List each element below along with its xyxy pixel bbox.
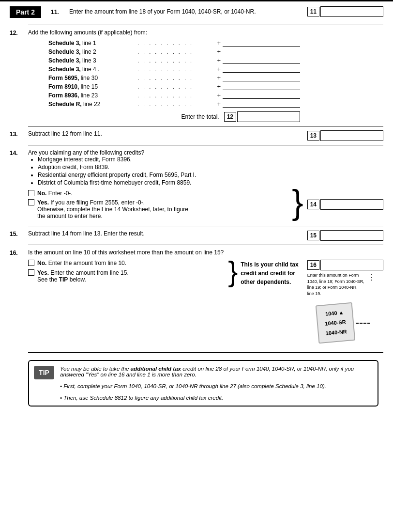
schedule-line-6[interactable] [223, 83, 300, 90]
schedule-table: Schedule 3, line 1 . . . . . . . . . . +… [48, 39, 300, 108]
plus-3: + [217, 57, 221, 64]
plus-6: + [217, 83, 221, 90]
schedule-name-5: Form 5695, line 30 [48, 75, 136, 81]
schedule-line-5[interactable] [223, 75, 300, 81]
schedule-name-7: Form 8936, line 23 [48, 92, 136, 99]
line16-box-group: 16 [307, 260, 383, 270]
plus-2: + [217, 48, 221, 55]
schedule-name-1: Schedule 3, line 1 [48, 40, 136, 47]
schedule-name-2: Schedule 3, line 2 [48, 48, 136, 55]
line16-question: Is the amount on line 10 of this workshe… [28, 249, 383, 256]
schedule-line-4[interactable] [223, 66, 300, 73]
bullet-2: Adoption credit, Form 8839. [38, 164, 383, 171]
line13-input[interactable] [320, 130, 383, 141]
line15-num: 15. [10, 230, 24, 237]
dots-3: . . . . . . . . . . [136, 58, 215, 63]
line11-input[interactable] [320, 6, 383, 17]
schedule-row-2: Schedule 3, line 2 . . . . . . . . . . + [48, 48, 300, 55]
form-sticker-section: 1040 ▲1040-SR1040-NR [317, 304, 370, 342]
schedule-row-1: Schedule 3, line 1 . . . . . . . . . . + [48, 39, 300, 47]
line11-text: Enter the amount from line 18 of your Fo… [69, 8, 302, 15]
line15-input[interactable] [320, 230, 383, 241]
bullet-4: District of Columbia first-time homebuye… [38, 179, 383, 186]
line16-enter-note: Enter this amount on Form 1040, line 19;… [307, 272, 375, 297]
dots-1: . . . . . . . . . . [136, 40, 215, 46]
schedule-line-1[interactable] [223, 40, 300, 47]
schedule-row-3: Schedule 3, line 3 . . . . . . . . . . + [48, 57, 300, 64]
line15-box-label: 15 [307, 231, 319, 240]
schedule-line-3[interactable] [223, 57, 300, 64]
plus-4: + [217, 65, 221, 73]
schedule-row-4: Schedule 3, line 4 . . . . . . . . . . .… [48, 65, 300, 73]
line12-num: 12. [10, 29, 24, 36]
line16-yes-text: Yes. Enter the amount from line 15.See t… [37, 269, 129, 283]
line15-row: 15. Subtract line 14 from line 13. Enter… [10, 230, 383, 241]
line14-content: Are you claiming any of the following cr… [28, 149, 383, 222]
line12-box-group: 12 [224, 111, 300, 122]
child-tax-text: This is your child tax credit and credit… [241, 260, 298, 286]
line12-box-label: 12 [224, 112, 236, 122]
line12-total-label: Enter the total. [181, 113, 219, 120]
line14-yes-checkbox[interactable] [28, 199, 34, 205]
bullet-3: Residential energy efficient property cr… [38, 172, 383, 178]
tip-label: TIP [34, 366, 54, 379]
line14-box-group: 14 [307, 199, 383, 210]
schedule-line-8[interactable] [223, 101, 300, 108]
line14-yes-row: Yes. If you are filing Form 2555, enter … [28, 199, 287, 219]
dots-4: . . . . . . . . . . [136, 66, 215, 72]
line11-box-label: 11 [307, 7, 319, 16]
line15-right: 15 [307, 230, 383, 241]
line16-checks: No. Enter the amount from line 10. Yes. … [28, 260, 224, 285]
line16-no-checkbox[interactable] [28, 260, 34, 266]
dots-7: . . . . . . . . . . [136, 93, 215, 98]
line12-input[interactable] [237, 111, 300, 122]
tip-bullet1: • First, complete your Form 1040, 1040-S… [60, 383, 373, 389]
line16-block: 16. Is the amount on line 10 of this wor… [10, 249, 383, 343]
line14-no-checkbox[interactable] [28, 190, 34, 196]
line14-row: 14. Are you claiming any of the followin… [10, 149, 383, 222]
line13-box-label: 13 [307, 131, 319, 141]
line16-no-row: No. Enter the amount from line 10. [28, 260, 224, 266]
schedule-row-6: Form 8910, line 15 . . . . . . . . . . + [48, 83, 300, 90]
schedule-line-7[interactable] [223, 92, 300, 99]
line15-text: Subtract line 14 from line 13. Enter the… [28, 230, 302, 237]
schedule-line-2[interactable] [223, 48, 300, 55]
line16-input[interactable] [320, 260, 383, 270]
line14-yes-text: Yes. If you are filing Form 2555, enter … [37, 199, 188, 219]
form-page: Part 2 11. Enter the amount from line 18… [0, 0, 393, 532]
line16-row: 16. Is the amount on line 10 of this wor… [10, 249, 383, 343]
line13-row: 13. Subtract line 12 from line 11. 13 [10, 130, 383, 141]
line14-no-row: No. Enter -0-. [28, 190, 287, 197]
line16-content: Is the amount on line 10 of this workshe… [28, 249, 383, 343]
schedule-name-3: Schedule 3, line 3 [48, 57, 136, 64]
schedule-row-7: Form 8936, line 23 . . . . . . . . . . + [48, 92, 300, 99]
part2-header: Part 2 11. Enter the amount from line 18… [10, 6, 383, 20]
line16-right: 16 Enter this amount on Form 1040, line … [307, 260, 383, 343]
line16-no-text: No. Enter the amount from line 10. [37, 260, 126, 266]
line16-yes-checkbox[interactable] [28, 269, 34, 276]
line14-input[interactable] [320, 199, 383, 210]
line12-total-row: Enter the total. 12 [48, 111, 300, 122]
dots-8: . . . . . . . . . . [136, 101, 215, 107]
plus-1: + [217, 39, 221, 47]
line16-num: 16. [10, 249, 24, 256]
dots-5: . . . . . . . . . . [136, 75, 215, 81]
schedule-row-8: Schedule R, line 22 . . . . . . . . . . … [48, 100, 300, 108]
line13-right: 13 [307, 130, 383, 141]
line13-text: Subtract line 12 from line 11. [28, 130, 302, 137]
line12-block: 12. Add the following amounts (if applic… [10, 29, 383, 122]
tip-paragraph1: You may be able to take the additional c… [60, 366, 373, 377]
form-sticker: 1040 ▲1040-SR1040-NR [315, 302, 355, 344]
dots-6: . . . . . . . . . . [136, 84, 215, 90]
line14-no-text: No. Enter -0-. [37, 190, 73, 197]
schedule-name-4: Schedule 3, line 4 . [48, 66, 136, 73]
bullet-1: Mortgage interest credit, Form 8396. [38, 156, 383, 163]
line13-num: 13. [10, 130, 24, 138]
line11-num: 11. [51, 8, 65, 16]
line16-yes-row: Yes. Enter the amount from line 15.See t… [28, 269, 224, 283]
line11-right: 11 [307, 6, 383, 17]
tip-bullet2: • Then, use Schedule 8812 to figure any … [60, 395, 373, 401]
schedule-row-5: Form 5695, line 30 . . . . . . . . . . + [48, 74, 300, 81]
tip-box: TIP You may be able to take the addition… [28, 360, 378, 407]
line14-block: 14. Are you claiming any of the followin… [10, 149, 383, 222]
